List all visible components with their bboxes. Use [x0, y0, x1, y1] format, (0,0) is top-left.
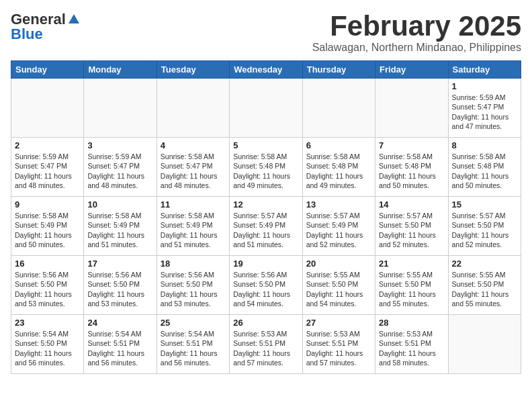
calendar-cell: 19Sunrise: 5:56 AM Sunset: 5:50 PM Dayli… [230, 256, 302, 315]
day-info: Sunrise: 5:57 AM Sunset: 5:50 PM Dayligh… [379, 211, 444, 249]
day-number: 25 [161, 318, 226, 328]
day-number: 15 [452, 199, 517, 210]
day-number: 28 [379, 318, 444, 328]
calendar-cell [302, 79, 375, 138]
day-info: Sunrise: 5:55 AM Sunset: 5:50 PM Dayligh… [379, 270, 444, 308]
day-number: 13 [306, 199, 371, 210]
day-number: 4 [161, 140, 226, 150]
day-number: 27 [306, 318, 371, 328]
day-number: 19 [233, 259, 298, 269]
day-info: Sunrise: 5:58 AM Sunset: 5:48 PM Dayligh… [379, 152, 444, 190]
calendar-cell: 5Sunrise: 5:58 AM Sunset: 5:48 PM Daylig… [230, 138, 302, 197]
day-number: 6 [306, 140, 371, 150]
calendar-cell: 21Sunrise: 5:55 AM Sunset: 5:50 PM Dayli… [375, 256, 448, 315]
day-info: Sunrise: 5:59 AM Sunset: 5:47 PM Dayligh… [452, 93, 517, 131]
weekday-header-row: SundayMondayTuesdayWednesdayThursdayFrid… [11, 61, 521, 79]
day-number: 24 [87, 318, 152, 328]
calendar-cell: 16Sunrise: 5:56 AM Sunset: 5:50 PM Dayli… [11, 256, 84, 315]
day-number: 8 [452, 140, 517, 150]
day-info: Sunrise: 5:57 AM Sunset: 5:49 PM Dayligh… [233, 211, 298, 249]
day-number: 17 [87, 259, 152, 269]
calendar-cell: 15Sunrise: 5:57 AM Sunset: 5:50 PM Dayli… [448, 197, 521, 256]
title-block: February 2025 Salawagan, Northern Mindan… [312, 11, 521, 54]
calendar-cell [157, 79, 229, 138]
calendar-cell: 1Sunrise: 5:59 AM Sunset: 5:47 PM Daylig… [448, 79, 521, 138]
calendar-cell [375, 79, 448, 138]
day-info: Sunrise: 5:54 AM Sunset: 5:50 PM Dayligh… [15, 329, 80, 367]
day-info: Sunrise: 5:58 AM Sunset: 5:48 PM Dayligh… [306, 152, 371, 190]
day-number: 7 [379, 140, 444, 150]
day-info: Sunrise: 5:56 AM Sunset: 5:50 PM Dayligh… [161, 270, 226, 308]
day-info: Sunrise: 5:58 AM Sunset: 5:47 PM Dayligh… [161, 152, 226, 190]
weekday-header-friday: Friday [375, 61, 448, 79]
calendar-cell: 12Sunrise: 5:57 AM Sunset: 5:49 PM Dayli… [230, 197, 302, 256]
day-number: 18 [161, 259, 226, 269]
calendar-cell: 7Sunrise: 5:58 AM Sunset: 5:48 PM Daylig… [375, 138, 448, 197]
week-row-4: 16Sunrise: 5:56 AM Sunset: 5:50 PM Dayli… [11, 256, 521, 315]
day-number: 11 [161, 199, 226, 210]
calendar-table: SundayMondayTuesdayWednesdayThursdayFrid… [11, 60, 521, 374]
day-info: Sunrise: 5:58 AM Sunset: 5:48 PM Dayligh… [233, 152, 298, 190]
logo-blue-text: Blue [11, 26, 43, 42]
weekday-header-sunday: Sunday [11, 61, 84, 79]
calendar-cell: 17Sunrise: 5:56 AM Sunset: 5:50 PM Dayli… [84, 256, 157, 315]
day-number: 21 [379, 259, 444, 269]
calendar-cell: 13Sunrise: 5:57 AM Sunset: 5:49 PM Dayli… [302, 197, 375, 256]
weekday-header-saturday: Saturday [448, 61, 521, 79]
day-info: Sunrise: 5:55 AM Sunset: 5:50 PM Dayligh… [306, 270, 371, 308]
day-number: 23 [15, 318, 80, 328]
calendar-title: February 2025 [312, 11, 521, 42]
weekday-header-tuesday: Tuesday [157, 61, 229, 79]
week-row-2: 2Sunrise: 5:59 AM Sunset: 5:47 PM Daylig… [11, 138, 521, 197]
day-number: 16 [15, 259, 80, 269]
calendar-cell: 4Sunrise: 5:58 AM Sunset: 5:47 PM Daylig… [157, 138, 229, 197]
calendar-cell [11, 79, 84, 138]
day-number: 2 [15, 140, 80, 150]
calendar-cell: 20Sunrise: 5:55 AM Sunset: 5:50 PM Dayli… [302, 256, 375, 315]
day-number: 22 [452, 259, 517, 269]
day-number: 10 [87, 199, 152, 210]
page-header: General Blue February 2025 Salawagan, No… [11, 11, 521, 54]
day-info: Sunrise: 5:54 AM Sunset: 5:51 PM Dayligh… [87, 329, 152, 367]
day-number: 9 [15, 199, 80, 210]
day-info: Sunrise: 5:54 AM Sunset: 5:51 PM Dayligh… [161, 329, 226, 367]
day-info: Sunrise: 5:56 AM Sunset: 5:50 PM Dayligh… [233, 270, 298, 308]
calendar-cell: 2Sunrise: 5:59 AM Sunset: 5:47 PM Daylig… [11, 138, 84, 197]
weekday-header-thursday: Thursday [302, 61, 375, 79]
week-row-5: 23Sunrise: 5:54 AM Sunset: 5:50 PM Dayli… [11, 315, 521, 374]
svg-marker-0 [69, 14, 79, 24]
week-row-3: 9Sunrise: 5:58 AM Sunset: 5:49 PM Daylig… [11, 197, 521, 256]
day-number: 20 [306, 259, 371, 269]
day-info: Sunrise: 5:58 AM Sunset: 5:49 PM Dayligh… [87, 211, 152, 249]
day-info: Sunrise: 5:55 AM Sunset: 5:50 PM Dayligh… [452, 270, 517, 308]
calendar-cell: 9Sunrise: 5:58 AM Sunset: 5:49 PM Daylig… [11, 197, 84, 256]
calendar-cell [230, 79, 302, 138]
calendar-cell: 8Sunrise: 5:58 AM Sunset: 5:48 PM Daylig… [448, 138, 521, 197]
day-info: Sunrise: 5:56 AM Sunset: 5:50 PM Dayligh… [87, 270, 152, 308]
logo: General Blue [11, 11, 81, 43]
calendar-cell: 25Sunrise: 5:54 AM Sunset: 5:51 PM Dayli… [157, 315, 229, 374]
calendar-cell: 23Sunrise: 5:54 AM Sunset: 5:50 PM Dayli… [11, 315, 84, 374]
calendar-cell: 26Sunrise: 5:53 AM Sunset: 5:51 PM Dayli… [230, 315, 302, 374]
calendar-subtitle: Salawagan, Northern Mindanao, Philippine… [312, 42, 521, 54]
day-number: 1 [452, 81, 517, 91]
day-info: Sunrise: 5:53 AM Sunset: 5:51 PM Dayligh… [306, 329, 371, 367]
weekday-header-wednesday: Wednesday [230, 61, 302, 79]
calendar-cell: 6Sunrise: 5:58 AM Sunset: 5:48 PM Daylig… [302, 138, 375, 197]
day-info: Sunrise: 5:57 AM Sunset: 5:50 PM Dayligh… [452, 211, 517, 249]
day-number: 5 [233, 140, 298, 150]
day-info: Sunrise: 5:56 AM Sunset: 5:50 PM Dayligh… [15, 270, 80, 308]
day-info: Sunrise: 5:58 AM Sunset: 5:49 PM Dayligh… [15, 211, 80, 249]
day-number: 26 [233, 318, 298, 328]
day-info: Sunrise: 5:53 AM Sunset: 5:51 PM Dayligh… [379, 329, 444, 367]
day-info: Sunrise: 5:59 AM Sunset: 5:47 PM Dayligh… [15, 152, 80, 190]
week-row-1: 1Sunrise: 5:59 AM Sunset: 5:47 PM Daylig… [11, 79, 521, 138]
logo-icon [67, 13, 81, 26]
calendar-cell: 11Sunrise: 5:58 AM Sunset: 5:49 PM Dayli… [157, 197, 229, 256]
calendar-cell: 22Sunrise: 5:55 AM Sunset: 5:50 PM Dayli… [448, 256, 521, 315]
calendar-cell: 27Sunrise: 5:53 AM Sunset: 5:51 PM Dayli… [302, 315, 375, 374]
day-number: 14 [379, 199, 444, 210]
day-info: Sunrise: 5:58 AM Sunset: 5:48 PM Dayligh… [452, 152, 517, 190]
weekday-header-monday: Monday [84, 61, 157, 79]
day-info: Sunrise: 5:58 AM Sunset: 5:49 PM Dayligh… [161, 211, 226, 249]
